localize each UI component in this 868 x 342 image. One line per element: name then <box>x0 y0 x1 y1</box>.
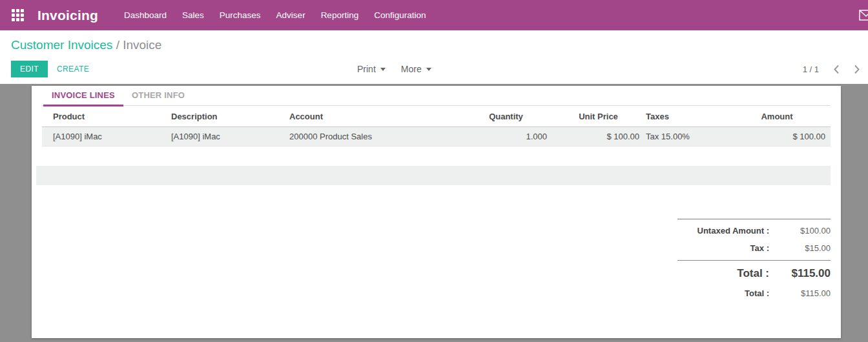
cell-amount: $ 100.00 <box>723 127 831 146</box>
breadcrumb-current-invoice: Invoice <box>123 38 161 52</box>
more-dropdown[interactable]: More <box>401 64 431 74</box>
empty-section-band <box>36 166 831 185</box>
invoice-lines-table: Product Description Account Quantity Uni… <box>42 106 831 146</box>
tax-value: $15.00 <box>769 243 831 253</box>
content-area: INVOICE LINES OTHER INFO Product Descrip… <box>0 84 868 342</box>
total-row: Total : $115.00 <box>677 267 831 280</box>
col-header-account: Account <box>278 106 460 127</box>
col-header-amount: Amount <box>723 106 831 127</box>
top-navbar: Invoicing Dashboard Sales Purchases Advi… <box>0 0 868 30</box>
total-label: Total : <box>677 267 769 280</box>
col-header-quantity: Quantity <box>460 106 552 127</box>
apps-grid-icon[interactable] <box>12 9 24 21</box>
tab-other-info[interactable]: OTHER INFO <box>123 86 193 106</box>
total-secondary-row: Total : $115.00 <box>677 288 831 298</box>
menu-item-sales[interactable]: Sales <box>174 0 212 30</box>
print-dropdown[interactable]: Print <box>357 64 386 74</box>
tab-invoice-lines[interactable]: INVOICE LINES <box>43 86 123 106</box>
menu-item-dashboard[interactable]: Dashboard <box>116 0 174 30</box>
breadcrumb: Customer Invoices / Invoice <box>11 38 161 52</box>
tax-row: Tax : $15.00 <box>677 243 831 260</box>
chevron-left-icon[interactable] <box>833 65 840 74</box>
menu-item-adviser[interactable]: Adviser <box>269 0 313 30</box>
menu-item-configuration[interactable]: Configuration <box>366 0 433 30</box>
tax-label: Tax : <box>677 243 769 253</box>
total-secondary-label: Total : <box>677 288 769 298</box>
total-value: $115.00 <box>769 267 831 280</box>
col-header-unit-price: Unit Price <box>552 106 645 127</box>
untaxed-amount-value: $100.00 <box>769 226 831 236</box>
breadcrumb-separator: / <box>116 38 123 52</box>
cell-account: 200000 Product Sales <box>278 127 460 146</box>
create-button[interactable]: CREATE <box>48 61 98 77</box>
action-buttons: EDIT CREATE <box>11 61 98 77</box>
menu-item-purchases[interactable]: Purchases <box>212 0 269 30</box>
cell-taxes: Tax 15.00% <box>645 127 723 146</box>
totals-divider <box>677 260 831 261</box>
envelope-icon[interactable] <box>859 10 868 23</box>
col-header-description: Description <box>160 106 278 127</box>
table-header-row: Product Description Account Quantity Uni… <box>42 106 831 127</box>
untaxed-amount-label: Untaxed Amount : <box>677 226 769 236</box>
edit-button[interactable]: EDIT <box>11 61 48 77</box>
dropdown-buttons: Print More <box>357 61 431 77</box>
cell-quantity: 1.000 <box>460 127 552 146</box>
col-header-taxes: Taxes <box>645 106 723 127</box>
cell-description: [A1090] iMac <box>160 127 278 146</box>
col-header-product: Product <box>42 106 160 127</box>
control-panel: Customer Invoices / Invoice EDIT CREATE … <box>0 30 868 84</box>
total-secondary-value: $115.00 <box>769 288 831 298</box>
menu-item-reporting[interactable]: Reporting <box>313 0 367 30</box>
caret-down-icon <box>380 68 386 71</box>
app-title: Invoicing <box>37 8 98 23</box>
untaxed-amount-row: Untaxed Amount : $100.00 <box>677 226 831 236</box>
main-menu: Dashboard Sales Purchases Adviser Report… <box>116 0 434 30</box>
chevron-right-icon[interactable] <box>854 65 860 74</box>
pager-value[interactable]: 1 / 1 <box>803 65 819 74</box>
cell-unit-price: $ 100.00 <box>552 127 645 146</box>
pager: 1 / 1 <box>803 61 860 77</box>
caret-down-icon <box>426 68 431 71</box>
invoice-form-sheet: INVOICE LINES OTHER INFO Product Descrip… <box>32 86 841 338</box>
breadcrumb-customer-invoices[interactable]: Customer Invoices <box>11 38 112 52</box>
table-row[interactable]: [A1090] iMac [A1090] iMac 200000 Product… <box>42 127 831 146</box>
totals-summary: Untaxed Amount : $100.00 Tax : $15.00 To… <box>677 219 831 298</box>
notebook-tabs: INVOICE LINES OTHER INFO <box>42 86 831 106</box>
cell-product: [A1090] iMac <box>42 127 160 146</box>
